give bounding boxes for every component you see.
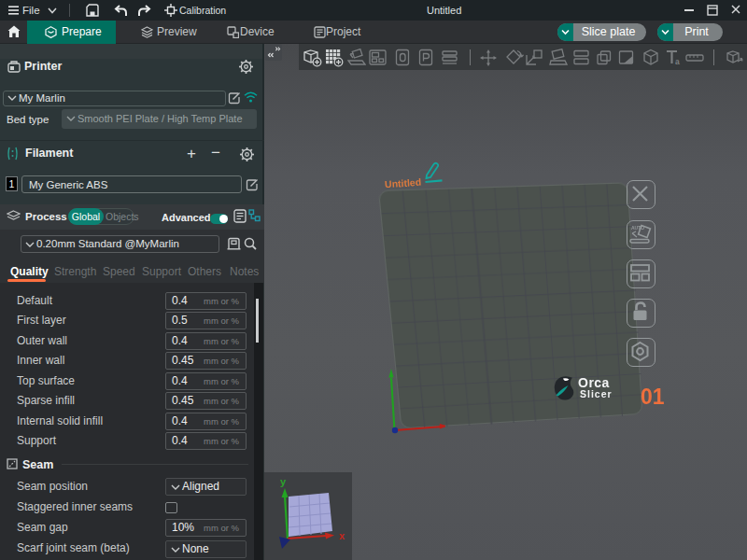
svg-text:x: x: [339, 530, 345, 541]
svg-text:a: a: [675, 57, 680, 66]
svg-text:y: y: [280, 476, 287, 487]
